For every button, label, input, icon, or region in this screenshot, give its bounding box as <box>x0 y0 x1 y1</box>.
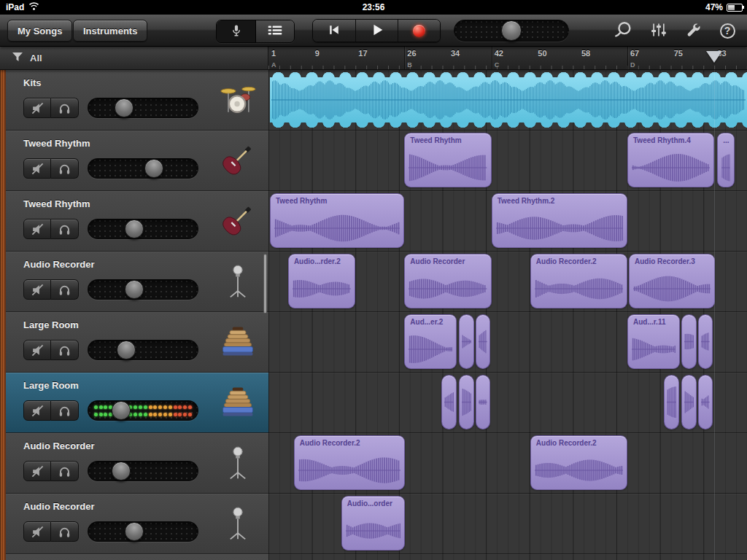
audio-region[interactable] <box>681 375 697 429</box>
solo-button[interactable] <box>51 279 79 300</box>
track-header-partial <box>6 554 268 560</box>
loop-scallop-edge <box>270 71 747 78</box>
audio-region[interactable] <box>664 375 680 429</box>
ruler-section-label: B <box>407 61 412 69</box>
audio-region[interactable]: Audio...rder.2 <box>288 254 355 308</box>
audio-region[interactable]: Aud...r.11 <box>627 314 680 369</box>
audio-region[interactable]: Tweed Rhythm.2 <box>492 193 627 248</box>
volume-knob[interactable] <box>144 159 163 178</box>
volume-knob[interactable] <box>117 341 136 359</box>
track-lane-6[interactable] <box>268 373 747 433</box>
volume-slider[interactable] <box>88 340 198 360</box>
tracks-view-button[interactable] <box>255 20 294 42</box>
volume-knob[interactable] <box>112 462 131 481</box>
volume-slider[interactable] <box>88 279 198 300</box>
audio-region[interactable] <box>698 314 713 369</box>
rewind-button[interactable] <box>313 20 355 42</box>
audio-region[interactable]: Audio Recorder.2 <box>530 435 627 490</box>
track-lane-7[interactable]: Audio Recorder.2Audio Recorder.2 <box>268 433 747 494</box>
audio-region[interactable]: ... <box>717 133 735 187</box>
audio-region[interactable]: Audio Recorder <box>404 254 491 308</box>
track-header-8[interactable]: Audio Recorder <box>6 494 268 554</box>
track-header-5[interactable]: Large Room <box>6 312 268 373</box>
solo-button[interactable] <box>51 340 79 360</box>
track-header-4[interactable]: Audio Recorder <box>6 252 268 312</box>
timeline-ruler[interactable]: 19172634425058677583ABCD <box>268 47 747 70</box>
transport-controls <box>312 19 441 42</box>
tools-button[interactable] <box>681 20 706 41</box>
track-lane-1[interactable] <box>268 70 747 131</box>
mute-button[interactable] <box>23 461 51 481</box>
audio-region[interactable]: Tweed Rhythm <box>270 193 404 248</box>
track-settings-button[interactable] <box>646 20 671 41</box>
mute-button[interactable] <box>23 521 51 542</box>
meter-led <box>149 405 152 409</box>
play-button[interactable] <box>355 20 398 42</box>
solo-button[interactable] <box>51 98 79 118</box>
audio-region[interactable] <box>459 375 474 429</box>
audio-region[interactable] <box>459 314 474 369</box>
toolbar: My Songs Instruments ? <box>0 15 747 47</box>
track-header-list: KitsTweed RhythmTweed RhythmAudio Record… <box>6 70 268 560</box>
volume-knob[interactable] <box>125 219 144 238</box>
audio-region[interactable] <box>476 314 490 369</box>
audio-region[interactable] <box>476 375 490 429</box>
volume-slider[interactable] <box>88 98 198 118</box>
instruments-button[interactable]: Instruments <box>73 20 147 42</box>
volume-slider[interactable] <box>88 521 198 542</box>
loop-browser-button[interactable] <box>611 20 636 41</box>
track-level-meter[interactable] <box>88 400 198 421</box>
playhead[interactable] <box>706 51 722 63</box>
audio-region[interactable] <box>441 375 457 429</box>
solo-button[interactable] <box>51 158 79 179</box>
volume-slider[interactable] <box>88 158 198 179</box>
instrument-view-button[interactable] <box>217 20 255 42</box>
volume-knob[interactable] <box>112 401 131 420</box>
audio-region[interactable]: Aud...er.2 <box>404 314 457 369</box>
track-filter-all[interactable]: All <box>0 47 268 70</box>
scrollbar[interactable] <box>263 254 267 314</box>
audio-region[interactable]: Audio Recorder.3 <box>629 254 715 308</box>
mute-button[interactable] <box>23 279 51 300</box>
volume-slider[interactable] <box>88 461 198 481</box>
mute-button[interactable] <box>23 219 51 239</box>
track-lane-4[interactable]: Audio...rder.2Audio RecorderAudio Record… <box>268 252 747 312</box>
track-header-6[interactable]: Large Room <box>6 373 268 433</box>
solo-button[interactable] <box>51 400 79 421</box>
track-header-2[interactable]: Tweed Rhythm <box>6 131 268 191</box>
volume-knob[interactable] <box>125 280 144 299</box>
track-header-1[interactable]: Kits <box>6 70 268 131</box>
master-volume-knob[interactable] <box>501 20 522 41</box>
audio-region[interactable] <box>698 375 713 429</box>
solo-button[interactable] <box>51 521 79 542</box>
region-label: Aud...er.2 <box>405 315 456 326</box>
audio-region[interactable]: Audio Recorder.2 <box>530 254 627 308</box>
track-lane-5[interactable]: Aud...er.2Aud...r.11 <box>268 312 747 373</box>
solo-button[interactable] <box>51 219 79 239</box>
my-songs-button[interactable]: My Songs <box>7 20 72 42</box>
mute-button[interactable] <box>23 400 51 421</box>
track-header-3[interactable]: Tweed Rhythm <box>6 191 268 252</box>
audio-region[interactable]: Audio Recorder.2 <box>294 435 405 490</box>
track-lane-3[interactable]: Tweed RhythmTweed Rhythm.2 <box>268 191 747 252</box>
master-volume-slider[interactable] <box>454 20 569 42</box>
solo-button[interactable] <box>51 461 79 481</box>
volume-knob[interactable] <box>125 522 144 541</box>
mute-button[interactable] <box>23 340 51 360</box>
audio-region[interactable]: Audio...order <box>341 496 405 551</box>
meter-led <box>169 413 172 416</box>
mute-button[interactable] <box>23 158 51 179</box>
audio-region[interactable]: Tweed Rhythm <box>404 133 491 187</box>
record-button[interactable] <box>398 20 440 42</box>
help-button[interactable]: ? <box>715 20 740 41</box>
loop-region[interactable] <box>270 71 747 128</box>
volume-knob[interactable] <box>115 98 133 117</box>
audio-region[interactable] <box>681 314 697 369</box>
track-header-7[interactable]: Audio Recorder <box>6 433 268 494</box>
track-lane-2[interactable]: Tweed RhythmTweed Rhythm.4... <box>268 131 747 191</box>
mute-button[interactable] <box>23 98 51 118</box>
waveform <box>496 214 623 242</box>
track-lane-8[interactable]: Audio...order <box>268 494 747 554</box>
volume-slider[interactable] <box>88 219 198 239</box>
audio-region[interactable]: Tweed Rhythm.4 <box>627 133 714 187</box>
